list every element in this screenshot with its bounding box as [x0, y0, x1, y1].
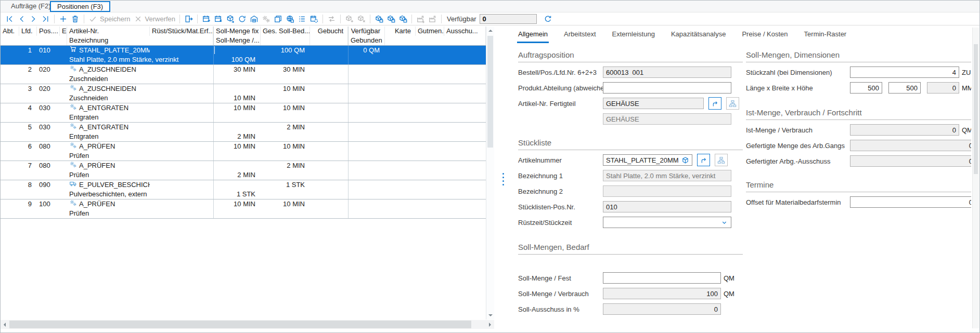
refresh-gear-button[interactable] — [238, 15, 247, 23]
refresh-button[interactable] — [544, 15, 552, 23]
table-row[interactable]: 4030A_ENTGRATEN10 MIN10 MINEntgraten — [1, 103, 486, 123]
horizontal-scroll-thumb[interactable] — [9, 321, 471, 328]
box-x-button[interactable] — [357, 15, 366, 23]
trash-button[interactable] — [71, 15, 80, 23]
nav-next-icon — [29, 15, 38, 23]
globe-box-button[interactable] — [286, 15, 294, 23]
transfer-button[interactable] — [184, 15, 193, 23]
scroll-right-icon[interactable] — [486, 320, 494, 329]
warehouse-button[interactable] — [250, 15, 259, 23]
column-header[interactable]: Ges. Soll-Bed... — [261, 26, 310, 36]
box-lock-button[interactable] — [375, 15, 383, 23]
table-row[interactable]: 7080A_PRÜFEN2 MINPrüfen2 MIN — [1, 161, 486, 180]
column-header[interactable]: Pos.... — [37, 26, 60, 36]
column-header[interactable]: Karte — [385, 26, 416, 36]
tab-allgemein[interactable]: Allgemein — [517, 28, 549, 43]
field-soll-menge-fest[interactable] — [603, 272, 721, 284]
check-button[interactable]: Speichern — [88, 15, 131, 23]
tab-preise-kosten[interactable]: Preise / Kosten — [741, 28, 789, 43]
column-header[interactable]: E — [60, 26, 67, 36]
check-icon — [88, 15, 97, 23]
copy-sheets-button[interactable] — [274, 15, 282, 23]
verfuegbar-input[interactable]: 0 — [480, 14, 537, 24]
column-header[interactable]: Gutmen... — [416, 26, 444, 36]
pane-splitter[interactable] — [494, 25, 513, 332]
cart-icon — [69, 46, 77, 53]
factory-plus-button[interactable] — [416, 15, 425, 23]
column-header[interactable]: Lfd. — [19, 26, 37, 36]
column-header[interactable]: Gebucht — [310, 26, 348, 36]
swap-button[interactable] — [327, 15, 336, 23]
factory-plus-icon — [416, 15, 425, 23]
tab-termin-raster[interactable]: Termin-Raster — [803, 28, 848, 43]
calendar-plus-button[interactable] — [202, 15, 211, 23]
artikel-nr: A_ENTGRATEN — [79, 103, 128, 113]
table-row[interactable]: 5030A_ENTGRATEN2 MINEntgraten2 MIN — [1, 123, 486, 142]
doc-tab-auftraege[interactable]: Aufträge (F2) — [5, 1, 57, 12]
factory-button[interactable] — [428, 15, 437, 23]
scroll-left-icon[interactable] — [1, 320, 9, 329]
field-label: Offset für Materialbedarfstermin — [746, 198, 850, 206]
nav-last-button[interactable] — [41, 15, 50, 23]
panel-scrollbar[interactable] — [972, 28, 979, 328]
chevron-down-icon[interactable] — [720, 219, 728, 227]
grid-horizontal-scrollbar[interactable] — [1, 320, 494, 329]
table-row[interactable]: 2020A_ZUSCHNEIDEN30 MIN30 MINZuschneiden — [1, 65, 486, 84]
cell-spacer — [348, 209, 385, 218]
box-lock-button[interactable] — [398, 15, 407, 23]
column-header[interactable]: Verfügbar — [348, 26, 385, 36]
doc-tab-positionen[interactable]: Positionen (F3) — [50, 1, 110, 12]
scroll-up-icon[interactable] — [486, 26, 495, 35]
jump-button[interactable] — [708, 97, 721, 110]
field-r-stzeit-st-ckzeit[interactable] — [603, 217, 731, 228]
calendar-gear-button[interactable] — [310, 15, 318, 23]
jump-button[interactable] — [697, 154, 710, 166]
table-row[interactable]: 9100A_PRÜFEN10 MIN10 MINPrüfen — [1, 199, 486, 219]
cell-gebucht — [310, 161, 348, 170]
dimension-input[interactable]: 500 — [888, 82, 921, 94]
column-header[interactable]: Artikel-Nr. — [67, 26, 150, 36]
table-row[interactable]: 8090E_PULVER_BESCHICH...1 STKPulverbesch… — [1, 180, 486, 199]
box-plus-button[interactable] — [345, 15, 354, 23]
column-header[interactable]: Rüst/Stück/Mat.Erf... — [150, 26, 213, 36]
trash-icon — [71, 15, 80, 23]
cross-button[interactable]: Verwerfen — [134, 15, 176, 23]
unit-suffix: QM — [724, 290, 734, 298]
gears-icon — [69, 161, 77, 168]
nav-prev-button[interactable] — [17, 15, 26, 23]
calendar-x-button[interactable] — [214, 15, 223, 23]
field-value: 0 — [853, 157, 971, 165]
org-button[interactable] — [726, 97, 739, 110]
column-header[interactable]: Abt. — [1, 26, 19, 36]
tab-kapazit-tsanalyse[interactable]: Kapazitätsanalyse — [670, 28, 727, 43]
nav-first-button[interactable] — [5, 15, 14, 23]
table-row[interactable]: 6080A_PRÜFEN10 MIN10 MINPrüfen — [1, 142, 486, 161]
column-header[interactable]: Ausschu... — [444, 26, 486, 36]
gears-button[interactable] — [262, 15, 270, 23]
dimension-input[interactable]: 500 — [850, 82, 882, 94]
field-st-ckzahl-bei-dimensionen[interactable]: 4 — [850, 66, 959, 78]
box-lock-button[interactable] — [386, 15, 395, 23]
table-row[interactable]: 1010STAHL_PLATTE_20MM100 QM0 QMStahl Pla… — [1, 46, 486, 65]
field-artikelnummer[interactable]: STAHL_PLATTE_20MM — [603, 154, 692, 166]
tab-arbeitstext[interactable]: Arbeitstext — [563, 28, 597, 43]
scroll-down-icon[interactable] — [486, 311, 495, 319]
vertical-scroll-thumb[interactable] — [487, 36, 493, 148]
org-button[interactable] — [715, 154, 728, 166]
cell-spacer — [385, 209, 486, 218]
jump-icon — [700, 156, 707, 164]
box-plus-icon — [345, 15, 354, 23]
nav-next-button[interactable] — [29, 15, 38, 23]
list-details-button[interactable] — [298, 15, 306, 23]
field-offset-f-r-materialbedarfstermin[interactable]: 0 — [850, 196, 971, 208]
grid-vertical-scrollbar[interactable] — [486, 26, 494, 319]
column-header-gebunden: Gebunden — [348, 36, 385, 45]
tab-externleistung[interactable]: Externleistung — [611, 28, 656, 43]
panel-scroll-thumb[interactable] — [974, 44, 978, 174]
cell-ausschuss — [444, 161, 486, 170]
column-header[interactable]: Soll-Menge fix — [213, 26, 261, 36]
plus-button[interactable] — [59, 15, 68, 23]
box-arrow-button[interactable] — [226, 15, 235, 23]
table-row[interactable]: 3020A_ZUSCHNEIDEN10 MINZuschneiden10 MIN — [1, 84, 486, 103]
field-produkt-abteilung-abweichend[interactable] — [603, 82, 731, 94]
